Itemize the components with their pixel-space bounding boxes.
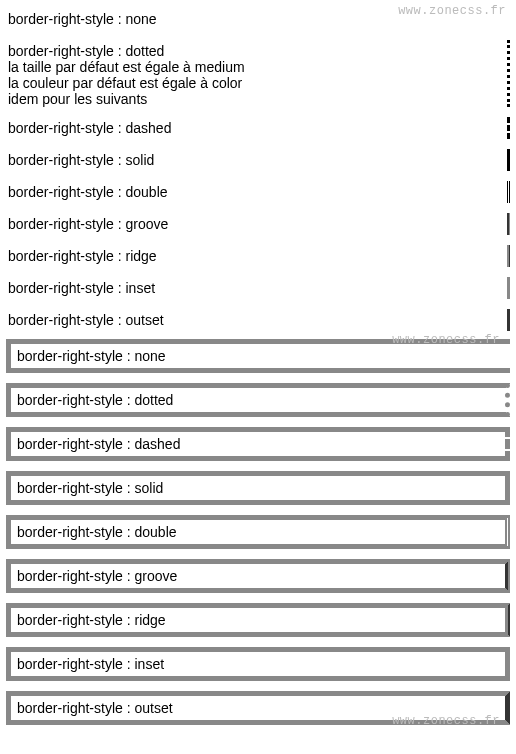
example-dashed: border-right-style : dashed: [6, 115, 510, 141]
example-label: border-right-style : outset: [8, 312, 164, 328]
example-label: border-right-style : inset: [8, 280, 155, 296]
example-label: border-right-style : groove: [8, 216, 168, 232]
example-label: border-right-style : double: [8, 184, 168, 200]
box-solid: border-right-style : solid: [6, 471, 510, 505]
example-label: border-right-style : dotted: [8, 43, 164, 59]
example-dotted: border-right-style : dotted la taille pa…: [6, 38, 510, 109]
example-ridge: border-right-style : ridge: [6, 243, 510, 269]
border-sample-solid: [507, 149, 510, 171]
bottom-wrapper: www.zonecss.fr border-right-style : none…: [6, 339, 510, 725]
example-label: border-right-style : none: [8, 11, 157, 27]
box-groove: border-right-style : groove: [6, 559, 510, 593]
example-note: la taille par défaut est égale à medium: [8, 59, 245, 75]
example-inset: border-right-style : inset: [6, 275, 510, 301]
example-label: border-right-style : ridge: [8, 248, 157, 264]
border-sample-inset: [507, 277, 510, 299]
box-label: border-right-style : solid: [17, 480, 163, 496]
watermark-bottom: www.zonecss.fr: [392, 714, 500, 728]
box-label: border-right-style : dashed: [17, 436, 180, 452]
top-section: border-right-style : none border-right-s…: [6, 6, 510, 333]
border-sample-groove: [507, 213, 510, 235]
example-solid: border-right-style : solid: [6, 147, 510, 173]
bottom-section: border-right-style : none border-right-s…: [6, 339, 510, 725]
example-note: la couleur par défaut est égale à color: [8, 75, 242, 91]
box-label: border-right-style : outset: [17, 700, 173, 716]
border-sample-double: [507, 181, 510, 203]
example-groove: border-right-style : groove: [6, 211, 510, 237]
box-double: border-right-style : double: [6, 515, 510, 549]
border-sample-dotted: [507, 40, 510, 107]
example-label: border-right-style : dashed: [8, 120, 171, 136]
border-sample-dashed: [507, 117, 510, 139]
watermark-middle: www.zonecss.fr: [392, 333, 500, 347]
border-sample-outset: [507, 309, 510, 331]
example-label: border-right-style : solid: [8, 152, 154, 168]
box-label: border-right-style : dotted: [17, 392, 173, 408]
example-note: idem pour les suivants: [8, 91, 147, 107]
box-label: border-right-style : ridge: [17, 612, 166, 628]
box-label: border-right-style : double: [17, 524, 177, 540]
box-inset: border-right-style : inset: [6, 647, 510, 681]
box-label: border-right-style : groove: [17, 568, 177, 584]
watermark-top: www.zonecss.fr: [398, 4, 506, 18]
box-dotted: border-right-style : dotted: [6, 383, 510, 417]
example-double: border-right-style : double: [6, 179, 510, 205]
box-label: border-right-style : inset: [17, 656, 164, 672]
example-outset: border-right-style : outset: [6, 307, 510, 333]
box-ridge: border-right-style : ridge: [6, 603, 510, 637]
box-label: border-right-style : none: [17, 348, 166, 364]
box-dashed: border-right-style : dashed: [6, 427, 510, 461]
border-sample-ridge: [507, 245, 510, 267]
